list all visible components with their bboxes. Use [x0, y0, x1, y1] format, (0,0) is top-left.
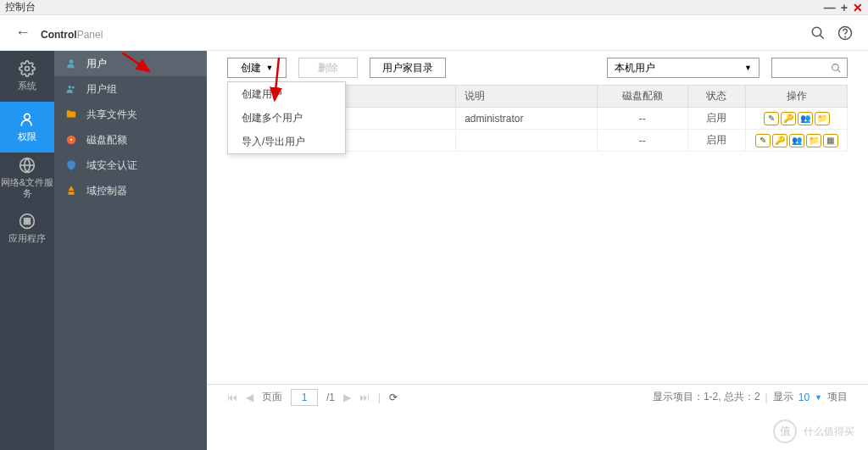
next-page-icon[interactable]: ▶: [343, 392, 351, 403]
svg-point-14: [69, 86, 72, 89]
svg-point-15: [72, 86, 75, 89]
page-title-light: Panel: [77, 29, 103, 41]
body: 系统 权限 网络&文件服务 应用程序 用户 用户组 共享文件夹: [0, 51, 868, 450]
folder-icon[interactable]: 📁: [806, 134, 821, 147]
watermark-text: 什么值得买: [804, 425, 854, 439]
app-icon[interactable]: ▦: [823, 134, 838, 147]
th-status[interactable]: 状态: [687, 86, 745, 108]
items-label: 项目: [827, 390, 848, 404]
home-dir-button[interactable]: 用户家目录: [370, 58, 446, 78]
refresh-icon[interactable]: ⟳: [389, 392, 398, 403]
pagination-footer: ⏮ ◀ 页面 /1 ▶ ⏭ | ⟳ 显示项目：1-2, 总共：2 | 显示 10…: [207, 384, 868, 409]
prev-page-icon[interactable]: ◀: [246, 392, 253, 403]
edit-icon[interactable]: ✎: [755, 134, 771, 147]
sub-item-user[interactable]: 用户: [54, 51, 207, 76]
folder-icon: [64, 108, 78, 121]
close-icon[interactable]: ✕: [853, 1, 863, 14]
svg-rect-12: [28, 222, 31, 225]
page-input[interactable]: [291, 389, 318, 406]
edit-icon[interactable]: ✎: [764, 112, 779, 125]
window-controls: — + ✕: [824, 1, 863, 14]
svg-line-19: [837, 69, 840, 72]
search-icon[interactable]: [810, 25, 826, 41]
shield-icon: [64, 158, 78, 172]
sub-item-quota[interactable]: 磁盘配额: [54, 127, 207, 153]
cell-quota: --: [597, 108, 687, 130]
help-icon[interactable]: [837, 25, 853, 41]
group-icon[interactable]: 👥: [798, 112, 813, 125]
sub-item-domain-ctrl[interactable]: 域控制器: [54, 178, 207, 203]
sidebar-item-network[interactable]: 网络&文件服务: [0, 153, 54, 203]
sidebar-item-permissions[interactable]: 权限: [0, 102, 54, 153]
page-title-bold: Control: [41, 29, 77, 41]
disk-icon: [64, 133, 78, 147]
watermark-icon: 值: [773, 419, 797, 443]
svg-point-17: [70, 139, 72, 141]
cell-status: 启用: [687, 108, 745, 130]
sub-label: 域控制器: [86, 184, 127, 198]
svg-rect-10: [28, 219, 31, 221]
cell-desc: [456, 130, 598, 152]
cell-quota: --: [597, 130, 687, 152]
page-label: 页面: [262, 390, 282, 404]
delete-label: 删除: [318, 61, 338, 75]
sub-label: 域安全认证: [86, 158, 137, 173]
search-input[interactable]: [771, 58, 848, 78]
sidebar-label-system: 系统: [18, 81, 36, 92]
sub-label: 用户组: [86, 82, 117, 97]
th-desc[interactable]: 说明: [456, 86, 598, 108]
apps-icon: [19, 213, 36, 230]
create-dropdown: 创建用户 创建多个用户 导入/导出用户: [227, 81, 346, 154]
folder-icon[interactable]: 📁: [815, 112, 830, 125]
chevron-down-icon[interactable]: ▼: [815, 393, 822, 402]
key-icon[interactable]: 🔑: [772, 134, 787, 147]
minimize-icon[interactable]: —: [824, 1, 836, 14]
sidebar-item-system[interactable]: 系统: [0, 51, 54, 102]
svg-point-13: [70, 59, 74, 64]
gear-icon: [19, 60, 36, 77]
svg-line-1: [820, 35, 824, 39]
cell-status: 启用: [687, 130, 745, 152]
svg-point-0: [812, 27, 821, 36]
icon-sidebar: 系统 权限 网络&文件服务 应用程序: [0, 51, 54, 450]
user-icon: [19, 111, 36, 128]
app-header: ← ControlPanel: [0, 15, 868, 51]
sub-label: 用户: [86, 57, 107, 71]
watermark: 值 什么值得买: [773, 419, 854, 443]
svg-point-3: [845, 36, 846, 37]
key-icon[interactable]: 🔑: [781, 112, 796, 125]
header-left: ← ControlPanel: [15, 23, 103, 42]
page-size-value[interactable]: 10: [798, 392, 810, 403]
dropdown-import-export[interactable]: 导入/导出用户: [228, 130, 345, 153]
sub-item-usergroup[interactable]: 用户组: [54, 76, 207, 102]
main-panel: 创建 ▼ 删除 用户家目录 本机用户 ▼ 创建用户 创建多个用户 导入/导出用户: [207, 51, 868, 450]
dropdown-create-user[interactable]: 创建用户: [228, 82, 345, 106]
maximize-icon[interactable]: +: [841, 1, 848, 14]
last-page-icon[interactable]: ⏭: [359, 392, 370, 403]
summary-text: 显示项目：1-2, 总共：2: [653, 390, 760, 404]
select-value: 本机用户: [615, 61, 655, 75]
chevron-down-icon: ▼: [744, 64, 752, 72]
footer-right: 显示项目：1-2, 总共：2 | 显示 10 ▼ 项目: [653, 390, 848, 404]
toolbar: 创建 ▼ 删除 用户家目录 本机用户 ▼: [207, 51, 868, 85]
sub-item-domain-auth[interactable]: 域安全认证: [54, 153, 207, 178]
svg-point-18: [832, 64, 839, 70]
cell-desc: administrator: [456, 108, 598, 130]
th-quota[interactable]: 磁盘配额: [597, 86, 687, 108]
sub-item-shared[interactable]: 共享文件夹: [54, 102, 207, 127]
user-scope-select[interactable]: 本机用户 ▼: [607, 58, 760, 78]
globe-icon: [19, 157, 36, 174]
create-label: 创建: [241, 61, 261, 75]
th-action[interactable]: 操作: [746, 86, 848, 108]
sub-label: 共享文件夹: [86, 108, 137, 122]
delete-button[interactable]: 删除: [298, 58, 358, 78]
title-bar: 控制台 — + ✕: [0, 0, 868, 15]
first-page-icon[interactable]: ⏮: [227, 392, 237, 403]
group-icon[interactable]: 👥: [789, 134, 804, 147]
create-button[interactable]: 创建 ▼: [227, 58, 287, 78]
cell-action: ✎ 🔑 👥 📁 ▦: [746, 130, 848, 152]
sidebar-item-apps[interactable]: 应用程序: [0, 203, 54, 254]
dropdown-create-multi-user[interactable]: 创建多个用户: [228, 106, 345, 130]
back-arrow-icon[interactable]: ←: [15, 24, 31, 42]
cell-action: ✎ 🔑 👥 📁: [746, 108, 848, 130]
